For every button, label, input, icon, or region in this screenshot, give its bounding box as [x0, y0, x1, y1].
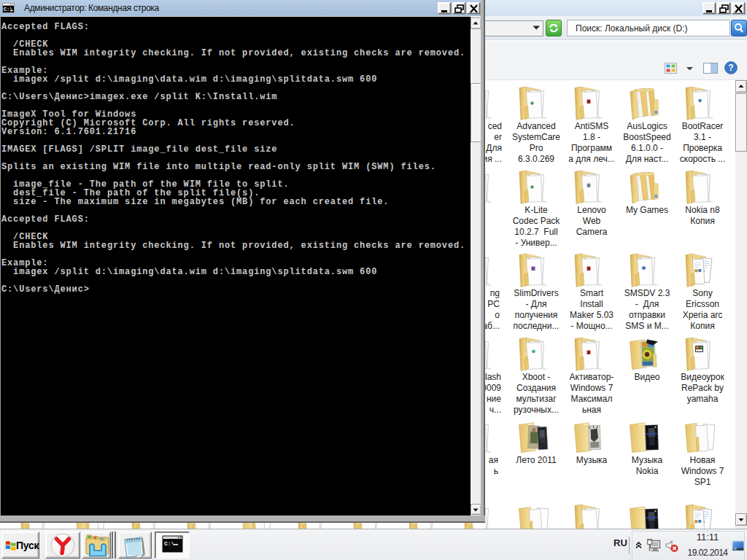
svg-text:?: ?	[728, 63, 733, 73]
svg-text:C:\: C:\	[164, 540, 175, 547]
